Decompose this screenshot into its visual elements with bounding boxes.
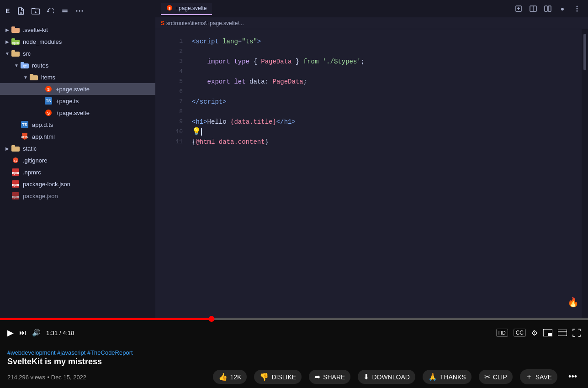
fullscreen-button[interactable]	[572, 329, 581, 337]
line-content-10: 💡	[192, 127, 588, 137]
tree-item-items[interactable]: ▼ items	[0, 71, 155, 83]
line-content-8	[192, 107, 588, 117]
tree-item-app-d-ts[interactable]: ▶ TS app.d.ts	[0, 119, 155, 131]
svelte-file-icon-2: S	[44, 108, 53, 117]
tree-item-static[interactable]: ▶ static	[0, 142, 155, 154]
clip-button[interactable]: ✂ CLIP	[479, 370, 513, 384]
svg-text:npm: npm	[12, 195, 19, 199]
tree-item-page-ts[interactable]: ▶ TS +page.ts	[0, 95, 155, 107]
new-file-icon[interactable]	[16, 6, 26, 16]
video-tags[interactable]: #webdevelopment #javascript #TheCodeRepo…	[7, 349, 581, 356]
gitignore-label: .gitignore	[23, 157, 47, 164]
miniplayer-button[interactable]	[543, 329, 552, 336]
dislike-icon: 👎	[260, 372, 269, 381]
volume-button[interactable]: 🔊	[32, 329, 41, 337]
svg-rect-26	[11, 145, 15, 147]
svg-rect-46	[548, 333, 552, 336]
package-json-label: package.json	[23, 193, 58, 199]
download-button[interactable]: ⬇ DOWNLOAD	[358, 370, 415, 384]
main-container: E	[0, 0, 588, 388]
share-button[interactable]: ➦ SHARE	[309, 370, 350, 384]
ts-file-icon: TS	[44, 96, 53, 105]
scrollbar-thumb[interactable]	[583, 34, 586, 70]
clip-label: CLIP	[493, 373, 507, 381]
tree-item-app-html[interactable]: ▶ HTML app.html	[0, 131, 155, 142]
save-button[interactable]: ＋ SAVE	[520, 369, 557, 384]
file-tree: ▶ .svelte-kit ▶ npm node_modules	[0, 22, 155, 318]
line-content-3: import type { PageData } from './$types'…	[192, 57, 588, 67]
line-content-5: export let data: PageData;	[192, 77, 588, 87]
code-editor[interactable]: 1 <script lang="ts"> 2 3 import type { P…	[155, 29, 588, 318]
more-button[interactable]: •••	[565, 372, 581, 382]
tree-item-svelte-kit[interactable]: ▶ .svelte-kit	[0, 24, 155, 36]
routes-label: routes	[32, 62, 48, 69]
svg-rect-41	[548, 6, 551, 11]
time-total: 4:18	[63, 330, 74, 336]
editor-scrollbar[interactable]	[582, 29, 588, 318]
dislike-button[interactable]: 👎 DISLIKE	[254, 370, 302, 384]
layout-icon[interactable]	[542, 3, 553, 14]
svelte-kit-label: .svelte-kit	[23, 26, 48, 33]
open-in-editor-icon[interactable]	[513, 3, 524, 14]
time-display: 1:31 / 4:18	[46, 330, 74, 336]
video-progress-bar[interactable]	[0, 318, 588, 320]
thanks-label: THANKS	[440, 373, 466, 381]
skip-button[interactable]: ⏭	[19, 329, 26, 337]
svelte-tab-icon: S	[166, 5, 173, 12]
tree-item-npmrc[interactable]: ▶ npm .npmrc	[0, 166, 155, 178]
tree-item-page-svelte-1[interactable]: ▶ S +page.svelte	[0, 83, 155, 95]
theater-mode-button[interactable]	[558, 330, 567, 336]
like-button[interactable]: 👍 12K	[213, 370, 247, 384]
page-ts-label: +page.ts	[56, 98, 79, 105]
thanks-button[interactable]: 🙏 THANKS	[423, 370, 471, 384]
settings-button[interactable]: ⚙	[531, 329, 538, 337]
code-line-5: 5 export let data: PageData;	[164, 77, 588, 87]
video-title: SvelteKit is my mistress	[7, 357, 581, 367]
page-svelte-1-label: +page.svelte	[56, 86, 90, 93]
split-editor-icon[interactable]	[528, 3, 539, 14]
tree-item-package-json[interactable]: ▶ npm package.json	[0, 190, 155, 202]
quality-badge[interactable]: HD	[496, 329, 508, 337]
play-button[interactable]: ▶	[7, 328, 14, 338]
tree-item-src[interactable]: ▼ src	[0, 47, 155, 59]
node-modules-label: node_modules	[23, 38, 62, 45]
svg-point-6	[82, 10, 83, 12]
tree-item-node-modules[interactable]: ▶ npm node_modules	[0, 36, 155, 47]
new-folder-icon[interactable]	[31, 6, 41, 16]
flame-icon-area: 🔥	[567, 296, 579, 310]
chevron-down-icon: ▼	[13, 63, 20, 68]
svg-text:S: S	[47, 87, 50, 92]
line-num-8: 8	[164, 107, 183, 117]
svg-rect-8	[11, 26, 15, 29]
more-options-icon[interactable]	[74, 6, 85, 16]
publish-date: Dec 15, 2022	[51, 374, 86, 381]
svg-rect-15	[21, 62, 24, 64]
chevron-right-icon: ▶	[4, 27, 11, 32]
svg-rect-2	[62, 10, 68, 10]
code-line-3: 3 import type { PageData } from './$type…	[164, 57, 588, 67]
share-label: SHARE	[323, 373, 345, 381]
tree-item-routes[interactable]: ▼ RT routes	[0, 59, 155, 71]
refresh-icon[interactable]	[45, 6, 55, 16]
line-content-1: <script lang="ts">	[192, 37, 588, 47]
video-stats-row: 214,296 views • Dec 15, 2022 👍 12K 👎 DIS…	[7, 369, 581, 384]
editor-pane: S +page.svelte ●	[155, 0, 588, 318]
tab-bar: S +page.svelte ●	[155, 0, 588, 17]
svg-point-44	[577, 10, 578, 12]
tab-page-svelte[interactable]: S +page.svelte	[161, 3, 212, 15]
kebab-menu-icon[interactable]	[572, 3, 583, 14]
sidebar: E	[0, 0, 155, 318]
cc-button[interactable]: CC	[514, 329, 526, 337]
time-current: 1:31	[46, 330, 58, 336]
line-content-2	[192, 47, 588, 57]
tree-item-package-lock[interactable]: ▶ npm package-lock.json	[0, 178, 155, 190]
tree-item-gitignore[interactable]: ▶ G .gitignore	[0, 154, 155, 166]
breadcrumb: S src\routes\items\+page.svelte\...	[155, 17, 588, 29]
tree-item-page-svelte-2[interactable]: ▶ S +page.svelte	[0, 107, 155, 119]
flame-icon: 🔥	[567, 298, 579, 308]
chevron-right-icon: ▶	[4, 39, 11, 44]
code-line-6: 6	[164, 87, 588, 97]
collapse-all-icon[interactable]	[60, 6, 70, 16]
download-label: DOWNLOAD	[372, 373, 409, 381]
svelte-breadcrumb-icon: S	[161, 20, 164, 26]
